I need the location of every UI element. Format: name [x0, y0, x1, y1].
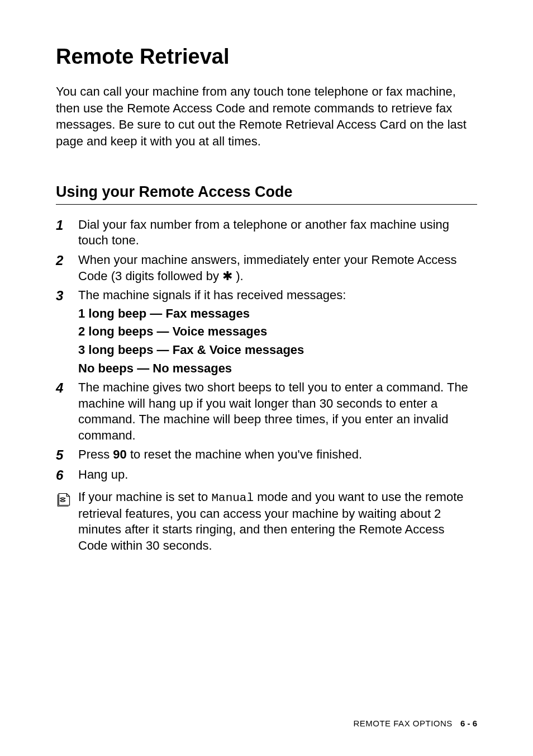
note-text: If your machine is set to Manual mode an…	[78, 489, 477, 554]
intro-paragraph: You can call your machine from any touch…	[56, 83, 477, 150]
section-heading: Using your Remote Access Code	[56, 183, 477, 205]
note-block: If your machine is set to Manual mode an…	[56, 489, 477, 554]
step-list: 1 Dial your fax number from a telephone …	[56, 217, 477, 484]
star-symbol: ✱	[222, 269, 232, 283]
step-item-2: 2 When your machine answers, immediately…	[56, 252, 477, 284]
footer-page-number: 6 - 6	[460, 719, 477, 728]
page-title: Remote Retrieval	[56, 45, 477, 69]
step-number: 4	[56, 380, 78, 396]
text-fragment: Press	[78, 447, 113, 461]
step-item-4: 4 The machine gives two short beeps to t…	[56, 380, 477, 443]
step-number: 1	[56, 217, 78, 234]
step-number: 3	[56, 287, 78, 304]
mono-text: Manual	[211, 492, 254, 504]
beep-line: No beeps — No messages	[78, 361, 477, 377]
step-text: The machine gives two short beeps to tel…	[78, 380, 477, 443]
step-text: Press 90 to reset the machine when you'v…	[78, 447, 477, 463]
bold-text: 90	[113, 447, 126, 461]
step-text: Hang up.	[78, 467, 477, 483]
step-text: The machine signals if it has received m…	[78, 287, 477, 376]
step-number: 5	[56, 447, 78, 464]
step-item-5: 5 Press 90 to reset the machine when you…	[56, 447, 477, 464]
step-item-1: 1 Dial your fax number from a telephone …	[56, 217, 477, 249]
text-fragment: to reset the machine when you've finishe…	[127, 447, 362, 461]
text-fragment: When your machine answers, immediately e…	[78, 253, 456, 283]
text-fragment: ).	[232, 269, 244, 283]
text-fragment: If your machine is set to	[78, 490, 211, 504]
page-footer: REMOTE FAX OPTIONS 6 - 6	[353, 719, 477, 728]
beep-line: 2 long beeps — Voice messages	[78, 324, 477, 340]
footer-label: REMOTE FAX OPTIONS	[353, 719, 452, 728]
beep-line: 3 long beeps — Fax & Voice messages	[78, 342, 477, 358]
step-item-6: 6 Hang up.	[56, 467, 477, 484]
step-number: 2	[56, 252, 78, 269]
step-number: 6	[56, 467, 78, 484]
step-text: When your machine answers, immediately e…	[78, 252, 477, 284]
text-fragment: The machine signals if it has received m…	[78, 288, 346, 302]
beep-line: 1 long beep — Fax messages	[78, 306, 477, 322]
step-item-3: 3 The machine signals if it has received…	[56, 287, 477, 376]
step-text: Dial your fax number from a telephone or…	[78, 217, 477, 249]
note-icon	[56, 489, 78, 509]
